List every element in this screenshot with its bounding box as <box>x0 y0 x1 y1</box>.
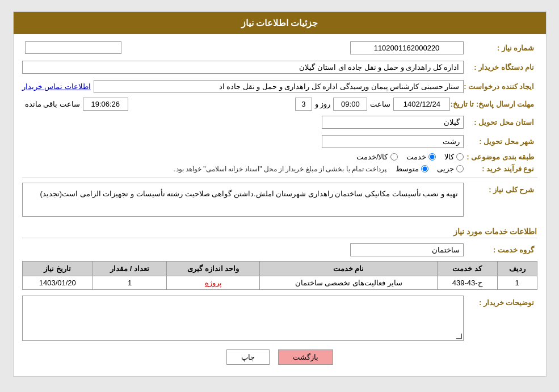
mohlat-remaining: 19:06:26 <box>83 98 128 111</box>
mohlat-rooz: 3 <box>295 98 312 111</box>
shmoare-niaz-label: شماره نیاز : <box>464 44 537 52</box>
print-button[interactable]: چاپ <box>226 349 270 365</box>
mohlat-remaining-label: ساعت باقی مانده <box>22 100 83 108</box>
divider-1 <box>22 178 537 178</box>
grohe-khedmat-row: گروه خدمت : ساختمان <box>22 242 537 258</box>
radio-kala-input[interactable] <box>456 153 464 161</box>
page-title: جزئیات اطلاعات نیاز <box>241 18 318 28</box>
radio-kala-khedmat-label: کالا/خدمت <box>356 153 388 161</box>
radio-khedmat[interactable]: خدمت <box>406 153 436 161</box>
noe-farayand-label: نوع فرآیند خرید : <box>464 165 537 173</box>
sharh-koli-container: شرح کلی نیاز : تهیه و نصب تأسیسات مکانیک… <box>22 183 537 221</box>
content-area: شماره نیاز : 1102001162000220 نام دستگاه… <box>14 34 546 376</box>
services-table: ردیف کد خدمت نام خدمت واحد اندازه گیری ت… <box>22 261 537 290</box>
radio-jozi[interactable]: جزیی <box>437 165 464 173</box>
radio-khedmat-label: خدمت <box>406 153 426 161</box>
noe-farayand-radio-group: جزیی متوسط <box>396 165 464 173</box>
mohlat-rooz-label: روز و <box>312 100 334 108</box>
cell-tarikh: 1403/01/20 <box>22 276 93 290</box>
notes-label: توضیحات خریدار : <box>464 296 537 307</box>
radio-motavaset[interactable]: متوسط <box>396 165 428 173</box>
radio-motavaset-input[interactable] <box>421 165 428 172</box>
cell-name: سایر فعالیت‌های تخصصی ساختمان <box>260 276 437 290</box>
cell-radif: 1 <box>497 276 537 290</box>
nam-dastgah-row: نام دستگاه خریدار : اداره کل راهداری و ح… <box>22 59 537 75</box>
resize-handle[interactable] <box>456 334 462 339</box>
radio-kala-label: کالا <box>444 153 454 161</box>
radio-khedmat-input[interactable] <box>428 153 436 161</box>
ostan-row: استان محل تحویل : گیلان <box>22 114 537 130</box>
back-button[interactable]: بازگشت <box>278 349 333 365</box>
nam-dastgah-label: نام دستگاه خریدار : <box>464 63 537 71</box>
cell-tedad: 1 <box>93 276 167 290</box>
radio-kala-khedmat-input[interactable] <box>390 153 398 161</box>
cell-vahed[interactable]: پروژه <box>167 276 260 290</box>
tabaqe-label: طبقه بندی موضوعی : <box>464 153 537 161</box>
notes-box[interactable] <box>22 296 464 341</box>
mohlat-saat-label: ساعت <box>367 100 393 108</box>
services-table-header-row: ردیف کد خدمت نام خدمت واحد اندازه گیری ت… <box>22 262 537 276</box>
table-row: 1 ج-43-439 سایر فعالیت‌های تخصصی ساختمان… <box>22 276 537 290</box>
grohe-khedmat-label: گروه خدمت : <box>464 246 537 254</box>
farayand-note: پرداخت تمام یا بخشی از مبلغ خریدار از مح… <box>174 165 386 173</box>
col-tarikh: تاریخ نیاز <box>22 262 93 276</box>
radio-jozi-input[interactable] <box>456 165 464 172</box>
tabaqe-row: طبقه بندی موضوعی : کالا خدمت کالا/خدمت <box>22 153 537 161</box>
cell-kod: ج-43-439 <box>437 276 497 290</box>
radio-kala[interactable]: کالا <box>444 153 464 161</box>
radio-kala-khedmat[interactable]: کالا/خدمت <box>356 153 398 161</box>
page-header: جزئیات اطلاعات نیاز <box>14 12 546 34</box>
col-kod: کد خدمت <box>437 262 497 276</box>
mohlat-date: 1402/12/24 <box>393 98 450 111</box>
ejad-konande-value: ستار حسینی کارشناس پیمان ورسیدگی اداره ک… <box>94 80 464 93</box>
ostan-value: گیلان <box>322 116 464 129</box>
radio-motavaset-label: متوسط <box>396 165 419 173</box>
services-table-head: ردیف کد خدمت نام خدمت واحد اندازه گیری ت… <box>22 262 537 276</box>
tarikh-aelaan-value <box>25 41 121 54</box>
sharh-koli-label: شرح کلی نیاز : <box>464 183 537 194</box>
col-name: نام خدمت <box>260 262 437 276</box>
ejad-konande-row: ایجاد کننده درخواست : ستار حسینی کارشناس… <box>22 78 537 94</box>
nam-dastgah-value: اداره کل راهداری و حمل و نقل جاده ای است… <box>22 61 464 74</box>
shahr-value: رشت <box>322 135 464 148</box>
shahr-row: شهر محل تحویل : رشت <box>22 133 537 149</box>
col-tedad: تعداد / مقدار <box>93 262 167 276</box>
notes-section: توضیحات خریدار : <box>22 296 537 341</box>
main-container: جزئیات اطلاعات نیاز شماره نیاز : 1102001… <box>13 11 547 377</box>
noe-farayand-row: نوع فرآیند خرید : جزیی متوسط پرداخت تمام… <box>22 165 537 173</box>
button-row: بازگشت چاپ <box>22 349 537 365</box>
col-radif: ردیف <box>497 262 537 276</box>
mohlat-label: مهلت ارسال پاسخ: تا تاریخ: <box>450 100 537 108</box>
radio-jozi-label: جزیی <box>437 165 454 173</box>
col-vahed: واحد اندازه گیری <box>167 262 260 276</box>
contact-info-link[interactable]: اطلاعات تماس خریدار <box>22 82 91 91</box>
sharh-koli-value: تهیه و نصب تأسیسات مکانیکی ساختمان راهدا… <box>22 183 464 217</box>
mohlat-saat: 09:00 <box>333 98 367 111</box>
khadamat-section-title: اطلاعات خدمات مورد نیاز <box>22 227 537 238</box>
shahr-label: شهر محل تحویل : <box>464 137 537 146</box>
services-table-body: 1 ج-43-439 سایر فعالیت‌های تخصصی ساختمان… <box>22 276 537 290</box>
ejad-konande-label: ایجاد کننده درخواست : <box>464 82 537 91</box>
shmoare-niaz-row: شماره نیاز : 1102001162000220 <box>22 40 537 56</box>
tabaqe-radio-group: کالا خدمت کالا/خدمت <box>356 153 464 161</box>
ostan-label: استان محل تحویل : <box>464 118 537 127</box>
grohe-khedmat-value: ساختمان <box>350 243 464 256</box>
shomareNiaz-value: 1102001162000220 <box>350 41 464 54</box>
mohlat-row: مهلت ارسال پاسخ: تا تاریخ: 1402/12/24 سا… <box>22 98 537 111</box>
